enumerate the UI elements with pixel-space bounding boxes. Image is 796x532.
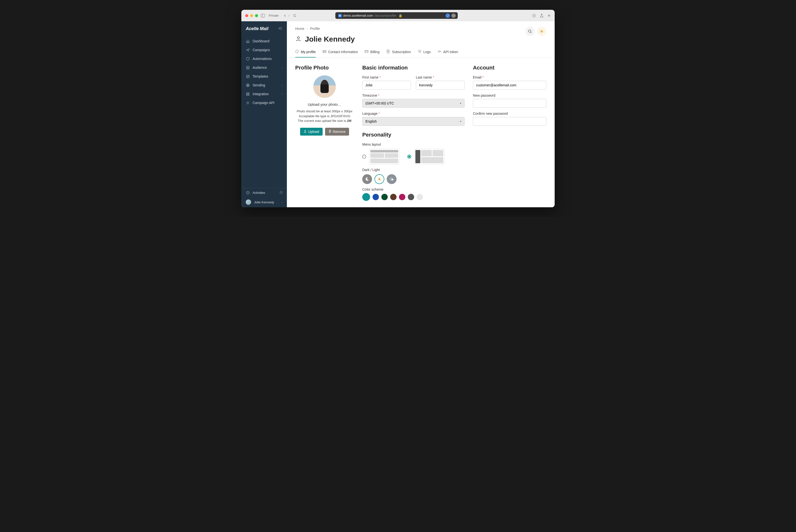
upload-icon bbox=[304, 130, 307, 134]
theme-light-button[interactable] bbox=[375, 174, 384, 184]
breadcrumb-home[interactable]: Home bbox=[295, 27, 304, 31]
private-label: Private bbox=[269, 14, 279, 17]
logo[interactable]: Acelle Mail bbox=[246, 26, 268, 31]
new-password-label: New password bbox=[473, 94, 546, 97]
upload-button[interactable]: Upload bbox=[300, 128, 322, 136]
section-title-photo: Profile Photo bbox=[295, 64, 354, 71]
sidebar-item-integration[interactable]: Integration › bbox=[241, 90, 287, 98]
tab-my-profile[interactable]: My profile bbox=[295, 50, 316, 57]
share-icon[interactable] bbox=[540, 14, 544, 18]
tab-contact-information[interactable]: Contact information bbox=[323, 50, 358, 57]
tab-subscription[interactable]: Subscription bbox=[386, 50, 411, 57]
timezone-label: Timezone * bbox=[362, 94, 465, 97]
maximize-window-button[interactable] bbox=[255, 14, 258, 17]
first-name-input[interactable] bbox=[362, 81, 411, 90]
svg-line-26 bbox=[543, 32, 543, 33]
language-label: Language * bbox=[362, 112, 465, 115]
svg-line-25 bbox=[541, 30, 541, 31]
svg-rect-8 bbox=[246, 75, 249, 78]
download-icon[interactable] bbox=[532, 14, 536, 18]
search-button[interactable] bbox=[525, 27, 535, 36]
svg-point-7 bbox=[247, 67, 248, 68]
site-favicon-icon: M bbox=[338, 14, 342, 17]
svg-point-20 bbox=[541, 31, 543, 32]
reload-button[interactable] bbox=[293, 14, 297, 17]
breadcrumb: Home › Profile bbox=[295, 27, 355, 31]
sidebar-item-templates[interactable]: Templates bbox=[241, 72, 287, 81]
confirm-password-label: Confirm new password bbox=[473, 112, 546, 115]
section-title-basic: Basic information bbox=[362, 64, 465, 71]
color-light[interactable] bbox=[417, 194, 423, 200]
svg-rect-13 bbox=[248, 94, 249, 95]
sidebar-item-dashboard[interactable]: Dashboard bbox=[241, 37, 287, 45]
color-teal[interactable] bbox=[362, 193, 370, 201]
sidebar-item-sending[interactable]: Sending › bbox=[241, 81, 287, 90]
sidebar-item-activities[interactable]: Activities bbox=[241, 188, 287, 197]
color-gray[interactable] bbox=[408, 194, 414, 200]
new-password-input[interactable] bbox=[473, 99, 546, 108]
minimize-window-button[interactable] bbox=[250, 14, 253, 17]
new-tab-icon[interactable] bbox=[547, 14, 551, 18]
tab-api-token[interactable]: API token bbox=[438, 50, 458, 57]
color-blue[interactable] bbox=[373, 194, 379, 200]
sidebar-item-automations[interactable]: Automations bbox=[241, 54, 287, 63]
sidebar-item-campaigns[interactable]: Campaigns bbox=[241, 45, 287, 54]
gear-icon bbox=[246, 101, 250, 105]
send-icon bbox=[246, 48, 250, 52]
theme-toggle-button[interactable] bbox=[537, 27, 546, 36]
color-green[interactable] bbox=[381, 194, 388, 200]
last-name-input[interactable] bbox=[416, 81, 465, 90]
theme-dark-button[interactable] bbox=[362, 174, 372, 184]
email-input[interactable] bbox=[473, 81, 546, 90]
remove-button[interactable]: Remove bbox=[325, 128, 349, 136]
url-path: /account/profile bbox=[375, 14, 396, 17]
tab-label: My profile bbox=[301, 50, 316, 54]
back-button[interactable] bbox=[283, 14, 286, 17]
lock-icon: 🔒 bbox=[398, 14, 402, 17]
theme-auto-button[interactable] bbox=[387, 174, 397, 184]
svg-line-49 bbox=[380, 180, 381, 180]
svg-line-28 bbox=[541, 32, 541, 33]
sidebar-collapse-icon[interactable] bbox=[278, 27, 282, 31]
svg-rect-53 bbox=[392, 179, 393, 180]
page-title: Jolie Kennedy bbox=[305, 35, 355, 43]
chevron-right-icon: › bbox=[307, 27, 308, 30]
sidebar-item-campaign-api[interactable]: Campaign API bbox=[241, 98, 287, 107]
breadcrumb-current: Profile bbox=[310, 27, 320, 31]
svg-line-48 bbox=[378, 178, 379, 178]
sidebar: Acelle Mail Dashboard Campaigns Automati… bbox=[241, 21, 287, 207]
svg-rect-12 bbox=[246, 94, 247, 95]
svg-point-43 bbox=[379, 178, 380, 180]
layout-radio-side[interactable] bbox=[407, 155, 411, 158]
chevron-right-icon: › bbox=[282, 84, 282, 87]
close-window-button[interactable] bbox=[245, 14, 248, 17]
tab-billing[interactable]: Billing bbox=[365, 50, 379, 57]
section-title-personality: Personality bbox=[362, 132, 465, 138]
browser-chrome: Private M demo.acellemail.com/account/pr… bbox=[241, 10, 555, 21]
color-pink[interactable] bbox=[399, 194, 405, 200]
email-label: Email * bbox=[473, 75, 546, 79]
avatar bbox=[313, 75, 336, 98]
dashboard-icon bbox=[295, 50, 299, 54]
sidebar-item-label: Automations bbox=[252, 57, 272, 61]
sidebar-item-audience[interactable]: Audience › bbox=[241, 63, 287, 72]
tab-logs[interactable]: Logs bbox=[418, 50, 431, 57]
audio-icon[interactable]: 🔊 bbox=[446, 14, 450, 18]
color-brown[interactable] bbox=[390, 194, 397, 200]
more-icon[interactable]: ⋯ bbox=[451, 14, 456, 18]
sidebar-item-label: Integration bbox=[252, 92, 269, 96]
users-icon bbox=[246, 65, 250, 70]
last-name-label: Last name * bbox=[416, 75, 465, 79]
forward-button bbox=[287, 14, 290, 17]
chevron-right-icon: › bbox=[282, 93, 282, 95]
language-select[interactable]: English bbox=[362, 117, 465, 126]
timezone-select[interactable]: (GMT+00:00) UTC bbox=[362, 99, 465, 108]
confirm-password-input[interactable] bbox=[473, 117, 546, 126]
sidebar-item-label: Templates bbox=[252, 74, 268, 78]
section-title-account: Account bbox=[473, 64, 546, 71]
layout-radio-top[interactable] bbox=[362, 155, 366, 158]
sidebar-toggle-icon[interactable] bbox=[261, 14, 265, 17]
sidebar-item-user[interactable]: Jolie Kennedy › bbox=[241, 197, 287, 207]
url-bar[interactable]: M demo.acellemail.com/account/profile 🔒 … bbox=[335, 12, 458, 19]
upload-title: Upload your photo… bbox=[295, 102, 354, 107]
